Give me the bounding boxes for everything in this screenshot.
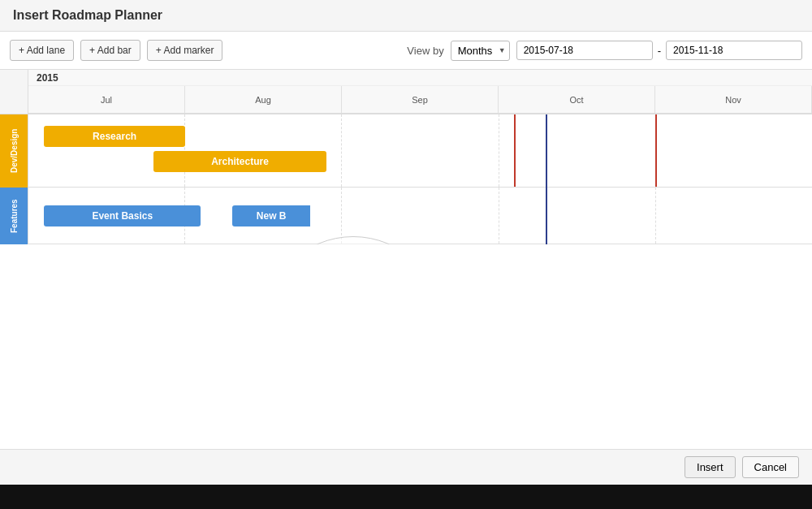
lanes-column: Dev/Design Features <box>0 114 28 244</box>
col-sep <box>342 114 499 187</box>
grid-lane-devdesign: Research Architecture <box>28 114 812 188</box>
month-header-row: Jul Aug Sep Oct Nov <box>28 86 812 114</box>
month-nov: Nov <box>655 86 812 113</box>
month-jul: Jul <box>28 86 185 113</box>
year-label: 2015 <box>37 72 58 84</box>
timeline-header: 2015 Jul Aug Sep Oct Nov <box>28 70 812 114</box>
view-by-label: View by <box>407 45 443 57</box>
toolbar: + Add lane + Add bar + Add marker View b… <box>0 32 812 70</box>
date-range: - <box>516 41 802 60</box>
gantt-body: Dev/Design Features <box>0 114 812 244</box>
gantt-container: 2015 Jul Aug Sep Oct Nov Dev/Design Fe <box>0 70 812 449</box>
toolbar-right: View by Months - <box>407 41 802 61</box>
architecture-bar[interactable]: Architecture <box>153 151 326 172</box>
new-bar-label: New B <box>257 210 287 222</box>
col-nov <box>656 114 812 187</box>
architecture-bar-label: Architecture <box>211 156 269 167</box>
research-bar[interactable]: Research <box>44 126 185 147</box>
col-sep-f <box>342 188 499 244</box>
research-bar-label: Research <box>93 131 136 142</box>
footer: Insert Cancel <box>0 449 812 485</box>
toolbar-left: + Add lane + Add bar + Add marker <box>10 40 222 61</box>
month-sep: Sep <box>342 86 499 113</box>
lane-spacer <box>0 70 28 114</box>
marker-line-nov <box>655 114 657 187</box>
today-line <box>546 114 547 244</box>
main-content: 2015 Jul Aug Sep Oct Nov Dev/Design Fe <box>0 70 812 449</box>
date-range-separator: - <box>658 45 661 57</box>
add-marker-button[interactable]: + Add marker <box>147 40 223 61</box>
lane-features-label: Features <box>0 188 28 244</box>
lane-devdesign-label: Dev/Design <box>0 114 28 188</box>
year-header: 2015 <box>28 70 812 86</box>
marker-line-oct <box>514 114 516 187</box>
month-aug: Aug <box>185 86 342 113</box>
date-start-input[interactable] <box>516 41 653 60</box>
col-oct-f <box>499 188 656 244</box>
new-bar[interactable]: New B <box>232 205 311 226</box>
insert-button[interactable]: Insert <box>685 456 736 478</box>
month-oct: Oct <box>499 86 655 113</box>
page-title: Insert Roadmap Planner <box>0 0 812 32</box>
col-oct <box>499 114 656 187</box>
event-basics-bar[interactable]: Event Basics <box>44 205 201 226</box>
gantt-header: 2015 Jul Aug Sep Oct Nov <box>0 70 812 114</box>
view-select[interactable]: Months <box>451 41 510 61</box>
add-lane-button[interactable]: + Add lane <box>10 40 74 61</box>
col-nov-f <box>656 188 812 244</box>
gantt-grid: Research Architecture <box>28 114 812 244</box>
grid-lane-features: Event Basics New B <box>28 188 812 244</box>
date-end-input[interactable] <box>666 41 802 60</box>
bottom-bar <box>0 485 812 509</box>
add-bar-button[interactable]: + Add bar <box>80 40 140 61</box>
view-select-wrapper: Months <box>451 41 510 61</box>
event-basics-bar-label: Event Basics <box>92 210 153 222</box>
cancel-button[interactable]: Cancel <box>742 456 799 478</box>
